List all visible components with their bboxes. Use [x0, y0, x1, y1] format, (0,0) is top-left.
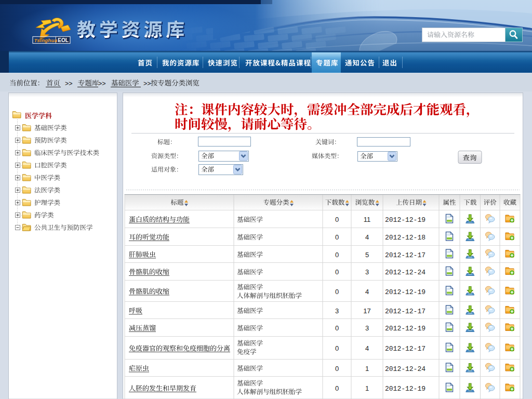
svg-text:17: 17 — [363, 307, 370, 315]
svg-text:2012-12-19: 2012-12-19 — [385, 288, 425, 296]
svg-text:0: 0 — [335, 384, 339, 392]
svg-text:0: 0 — [335, 365, 339, 373]
svg-text:Tsinghua: Tsinghua — [34, 37, 58, 43]
svg-text:1: 1 — [365, 384, 369, 392]
svg-text:3: 3 — [335, 307, 339, 315]
svg-text:0: 0 — [335, 268, 339, 276]
svg-text:>>: >> — [65, 80, 73, 87]
svg-text:5: 5 — [365, 251, 369, 259]
svg-text:2012-12-24: 2012-12-24 — [385, 365, 425, 373]
svg-text:3: 3 — [365, 324, 369, 332]
svg-text:EOL: EOL — [58, 37, 69, 43]
svg-text:2012-12-24: 2012-12-24 — [385, 269, 425, 276]
svg-text:0: 0 — [335, 233, 339, 241]
svg-text:0: 0 — [335, 216, 339, 223]
svg-text:2012-12-17: 2012-12-17 — [385, 308, 425, 315]
svg-text:3: 3 — [365, 268, 369, 276]
svg-text:2012-12-17: 2012-12-17 — [385, 345, 425, 353]
svg-text:4: 4 — [365, 288, 369, 296]
svg-text:2012-12-18: 2012-12-18 — [385, 234, 425, 242]
svg-text:2012-12-17: 2012-12-17 — [385, 251, 425, 259]
svg-text:0: 0 — [335, 344, 339, 352]
svg-text:2012-12-19: 2012-12-19 — [385, 216, 425, 224]
svg-text:11: 11 — [364, 216, 371, 223]
svg-text:>>: >> — [98, 80, 106, 87]
svg-text:0: 0 — [335, 288, 339, 296]
svg-text:2012-12-19: 2012-12-19 — [385, 325, 425, 332]
svg-text:2012-12-19: 2012-12-19 — [385, 385, 425, 393]
svg-text:1: 1 — [365, 365, 369, 373]
svg-text:0: 0 — [335, 324, 339, 332]
svg-text:4: 4 — [365, 344, 369, 352]
svg-text:>>: >> — [143, 80, 151, 87]
svg-text:4: 4 — [365, 233, 369, 241]
svg-text:0: 0 — [335, 251, 339, 259]
